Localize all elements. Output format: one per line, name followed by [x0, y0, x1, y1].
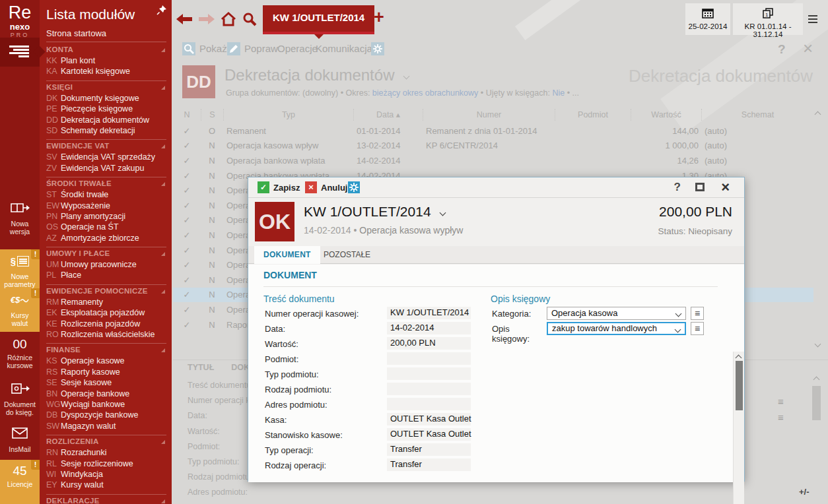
sidebar-item-zv[interactable]: ZVEwidencja VAT zakupu [46, 163, 166, 173]
maximize-button[interactable] [695, 183, 705, 191]
dropdown-opis-ksiegowy[interactable]: zakup towarów handlowych [547, 322, 686, 335]
communication-menu[interactable]: Komunikacja [316, 43, 372, 54]
column-header-s[interactable]: S [201, 109, 223, 121]
sidebar-item-az[interactable]: AZAmortyzacje zbiorcze [46, 233, 166, 243]
sidebar-item-ks[interactable]: KSOperacje kasowe [46, 356, 166, 366]
edit-button-icon[interactable] [227, 42, 240, 55]
detail-tab-tytul[interactable]: TYTUŁ [188, 363, 214, 372]
category-header[interactable]: UMOWY I PŁACE [46, 249, 166, 259]
window-menu-button[interactable] [808, 13, 817, 25]
category-header[interactable]: KSIĘGI [46, 83, 166, 93]
cancel-button[interactable]: Anuluj [321, 183, 347, 193]
sidebar-item-dk[interactable]: DKDokumenty księgowe [46, 93, 166, 104]
category-header[interactable]: ŚRODKI TRWAŁE [46, 179, 166, 189]
tab-document[interactable]: KW 1/OUTLET/2014 [263, 5, 374, 32]
search-button[interactable] [242, 11, 258, 27]
period-button[interactable]: 1 KR 01.01.14 - 31.12.14 [733, 3, 803, 35]
sidebar-item-ew[interactable]: EWWyposażenie [46, 201, 166, 211]
back-button[interactable] [176, 13, 193, 25]
table-row[interactable]: ✓NOperacja kasowa wpływ13-02-2014KP 6/CE… [173, 139, 813, 154]
show-button[interactable]: Pokaż [199, 43, 227, 54]
sidebar-item-os[interactable]: OSOperacje na ŚT [46, 222, 166, 232]
sidebar-item-sw[interactable]: SWMagazyn walut [46, 421, 166, 431]
sidebar-item-ka[interactable]: KAKartoteki księgowe [46, 66, 166, 77]
category-header[interactable]: FINANSE [46, 346, 166, 356]
sidebar-item-rl[interactable]: RLSesje rozliczeniowe [46, 458, 166, 469]
forward-button[interactable] [198, 13, 215, 25]
sidebar-item-ro[interactable]: RORozliczenia właścicielskie [46, 329, 166, 340]
column-header-numer[interactable]: Numer [423, 109, 555, 121]
column-header-podmiot[interactable]: Podmiot [555, 109, 631, 121]
rail-shortcut-dokument-do-ksieg[interactable]: Dokumentdo księg. [0, 377, 40, 418]
period-filter-link[interactable]: bieżący okres obrachunkowy [372, 88, 479, 98]
sidebar-item-pl[interactable]: PLPłace [46, 270, 166, 280]
table-row[interactable]: ✓ORemanent01-01-2014Remanent z dnia 01-0… [173, 123, 813, 139]
sidebar-item-dd[interactable]: DDDekretacja dokumentów [46, 115, 166, 125]
sidebar-item-ey[interactable]: EYKursy walut [46, 480, 166, 490]
resize-indicator[interactable]: +/- [799, 487, 810, 497]
sidebar-item-um[interactable]: UMUmowy pracownicze [46, 259, 166, 270]
help-button-background[interactable]: ? [778, 42, 786, 57]
field-menu-icon[interactable]: ≡ [778, 396, 784, 407]
sidebar-item-db[interactable]: DBDyspozycje bankowe [46, 410, 166, 420]
category-header[interactable]: KONTA [46, 46, 166, 55]
sidebar-item-ke[interactable]: KERozliczenia pojazdów [46, 319, 166, 329]
view-title[interactable]: Dekretacja dokumentów [224, 66, 409, 84]
sidebar-item-kk[interactable]: KKPlan kont [46, 55, 166, 66]
sidebar-item-bn[interactable]: BNOperacje bankowe [46, 389, 166, 399]
sidebar-item-pn[interactable]: PNPlany amortyzacji [46, 211, 166, 222]
detail-scroll-up-icon[interactable] [813, 377, 820, 383]
dialog-scroll-up-icon[interactable] [736, 355, 742, 362]
save-check-icon[interactable]: ✓ [258, 181, 269, 193]
save-button[interactable]: Zapisz [273, 183, 300, 193]
tab-dokument[interactable]: DOKUMENT [254, 246, 320, 264]
cancel-x-icon[interactable]: × [305, 181, 317, 193]
gear-icon[interactable] [348, 181, 360, 193]
booked-filter-link[interactable]: Nie [552, 88, 565, 98]
table-row[interactable]: ✓NOperacja bankowa wpłata14-02-201414,26… [173, 153, 813, 168]
dropdown-menu-button[interactable]: ≡ [691, 307, 704, 320]
sidebar-item-rm[interactable]: RMRemanenty [46, 297, 166, 307]
column-header-schemat[interactable]: Schemat [701, 109, 813, 121]
sidebar-item-wg[interactable]: WGWyciągi bankowe [46, 399, 166, 410]
dropdown-kategoria[interactable]: Operacja kasowa [547, 307, 686, 320]
sidebar-item-home[interactable]: Strona startowa [46, 28, 166, 42]
close-button-background[interactable]: × [803, 38, 813, 59]
column-header-wartosc[interactable]: Wartość [631, 109, 701, 121]
dialog-close-button[interactable]: × [721, 179, 730, 196]
scroll-up-icon[interactable] [815, 111, 821, 118]
operations-menu[interactable]: Operacje [277, 43, 318, 54]
field-menu-icon[interactable]: ≡ [778, 412, 784, 423]
column-header-n[interactable]: N [173, 109, 201, 121]
sidebar-item-rs[interactable]: RSRaporty kasowe [46, 367, 166, 377]
sidebar-item-wi[interactable]: WIWindykacja [46, 469, 166, 480]
rail-shortcut-kursy-walut[interactable]: !€$Kursywalut [0, 288, 40, 332]
pin-icon[interactable] [156, 5, 167, 15]
rail-shortcut-nowa-wersja[interactable]: Nowawersja [0, 197, 40, 247]
rail-shortcut-roznice-kursowe[interactable]: 00Różnicekursowe [0, 333, 40, 375]
document-title[interactable]: KW 1/OUTLET/2014 [304, 204, 445, 220]
sidebar-item-sd[interactable]: SDSchematy dekretacji [46, 125, 166, 136]
dropdown-menu-button[interactable]: ≡ [691, 322, 704, 335]
rail-shortcut-licencje[interactable]: !45Licencje [0, 460, 40, 504]
current-date-button[interactable]: 25-02-2014 [685, 3, 730, 35]
settings-button[interactable] [371, 42, 384, 55]
dialog-scrollbar-thumb[interactable] [736, 361, 743, 410]
new-tab-button[interactable]: + [374, 7, 384, 28]
edit-button[interactable]: Popraw [244, 43, 278, 54]
sidebar-item-ek[interactable]: EKEksploatacja pojazdów [46, 307, 166, 318]
home-button[interactable] [221, 11, 236, 27]
sidebar-item-rn[interactable]: RNRozrachunki [46, 447, 166, 458]
category-header[interactable]: EWIDENCJE POMOCNICZE [46, 287, 166, 297]
show-button-icon[interactable] [182, 42, 195, 55]
category-header[interactable]: EWIDENCJE VAT [46, 142, 166, 152]
tab-pozostale[interactable]: POZOSTAŁE [314, 246, 380, 264]
detail-scrollbar-thumb[interactable] [812, 386, 821, 420]
sidebar-item-sv[interactable]: SVEwidencja VAT sprzedaży [46, 152, 166, 162]
category-header[interactable]: DEKLARACJE [46, 497, 166, 504]
sidebar-item-st[interactable]: STŚrodki trwałe [46, 189, 166, 200]
dialog-help-button[interactable]: ? [674, 181, 681, 194]
sidebar-item-se[interactable]: SESesje kasowe [46, 377, 166, 388]
scroll-down-icon[interactable] [815, 341, 821, 348]
column-header-data-sorted[interactable]: Data ▴ [353, 109, 423, 121]
